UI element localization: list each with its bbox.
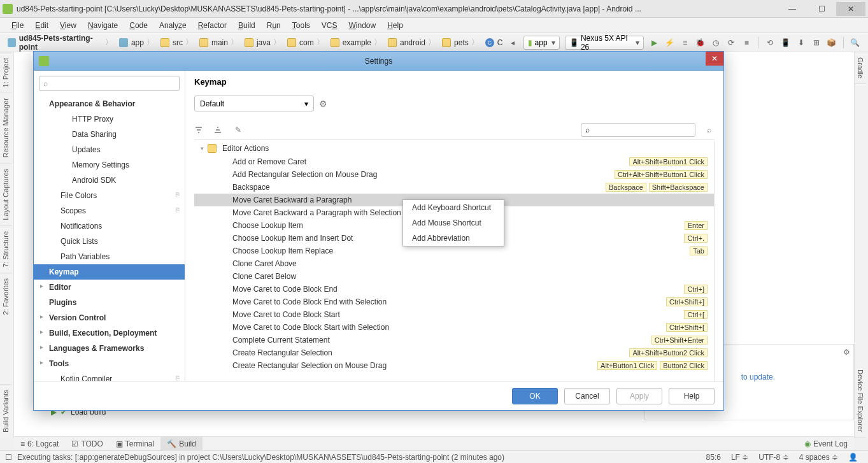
action-row[interactable]: Create Rectangular Selection on Mouse Dr… — [194, 359, 714, 372]
breadcrumb[interactable]: ud845-Pets-starting-point〉 — [5, 34, 117, 52]
tab-logcat[interactable]: ≡6: Logcat — [14, 437, 65, 450]
tree-android-sdk[interactable]: Android SDK — [34, 173, 185, 188]
apply-button[interactable]: Apply — [616, 388, 662, 404]
status-window-icon[interactable]: ☐ — [5, 453, 12, 462]
tree-tools[interactable]: Tools — [34, 356, 185, 371]
action-list[interactable]: ▾Editor Actions Add or Remove CaretAlt+S… — [194, 141, 715, 381]
tree-appearance[interactable]: Appearance & Behavior — [34, 96, 185, 111]
tree-editor[interactable]: Editor — [34, 280, 185, 295]
menu-vcs[interactable]: VCS — [317, 19, 343, 32]
attach-debugger-button[interactable]: ⟳ — [725, 36, 737, 50]
action-row[interactable]: Add Rectangular Selection on Mouse DragC… — [194, 168, 714, 181]
action-row[interactable]: BackspaceBackspaceShift+Backspace — [194, 181, 714, 194]
action-group[interactable]: ▾Editor Actions — [194, 141, 714, 155]
collapse-all-icon[interactable] — [213, 125, 225, 134]
status-indent[interactable]: 4 spaces ≑ — [794, 453, 843, 462]
tree-build-exec[interactable]: Build, Execution, Deployment — [34, 325, 185, 341]
close-button[interactable]: ✕ — [836, 2, 865, 16]
status-encoding[interactable]: UTF-8 ≑ — [753, 453, 793, 462]
debug-button[interactable]: 🐞 — [694, 36, 707, 50]
settings-search-input[interactable] — [48, 79, 175, 88]
profiler-button[interactable]: ◷ — [709, 36, 722, 50]
tree-http-proxy[interactable]: HTTP Proxy — [34, 111, 185, 127]
misc-tool-button[interactable]: 📦 — [825, 36, 838, 50]
tree-updates[interactable]: Updates — [34, 142, 185, 157]
action-row[interactable]: Complete Current StatementCtrl+Shift+Ent… — [194, 334, 714, 346]
menu-run[interactable]: Run — [262, 19, 286, 32]
search-everywhere-button[interactable]: 🔍 — [849, 36, 862, 50]
action-row[interactable]: Clone Caret Above — [194, 257, 714, 270]
run-button[interactable]: ▶ — [648, 36, 660, 50]
tree-data-sharing[interactable]: Data Sharing — [34, 127, 185, 142]
menu-help[interactable]: Help — [382, 19, 408, 32]
tool-tab-resource-manager[interactable]: Resource Manager — [0, 92, 11, 163]
cm-add-keyboard[interactable]: Add Keyboard Shortcut — [403, 200, 504, 215]
action-row[interactable]: Create Rectangular SelectionAlt+Shift+Bu… — [194, 346, 714, 359]
breadcrumb[interactable]: com〉 — [285, 37, 328, 48]
panel-gear-icon[interactable]: ⚙ — [843, 348, 850, 357]
stop-button[interactable]: ■ — [740, 36, 753, 50]
tab-todo[interactable]: ☑TODO — [65, 437, 109, 450]
tab-terminal[interactable]: ▣Terminal — [110, 437, 160, 450]
status-caret-pos[interactable]: 85:6 — [701, 453, 726, 462]
menu-edit[interactable]: Edit — [30, 19, 53, 32]
tree-languages[interactable]: Languages & Frameworks — [34, 341, 185, 356]
tree-quick-lists[interactable]: Quick Lists — [34, 234, 185, 249]
tool-tab-structure[interactable]: 7: Structure — [0, 225, 11, 273]
minimize-button[interactable]: — — [778, 2, 807, 16]
help-button[interactable]: Help — [669, 388, 715, 404]
resource-button[interactable]: ⊞ — [810, 36, 823, 50]
tree-plugins[interactable]: Plugins — [34, 295, 185, 310]
device-select[interactable]: 📱 Nexus 5X API 26▾ — [565, 36, 644, 50]
ok-button[interactable]: OK — [512, 388, 558, 404]
menu-window[interactable]: Window — [343, 19, 381, 32]
avd-button[interactable]: 📱 — [779, 36, 792, 50]
sync-button[interactable]: ⟲ — [764, 36, 776, 50]
tool-tab-favorites[interactable]: 2: Favorites — [0, 273, 11, 320]
menu-refactor[interactable]: Refactor — [193, 19, 232, 32]
settings-search[interactable]: ⌕ — [39, 76, 180, 91]
breadcrumb[interactable]: main〉 — [197, 37, 242, 48]
tree-memory[interactable]: Memory Settings — [34, 157, 185, 173]
debug-activity-button[interactable]: ≡ — [679, 36, 692, 50]
cm-add-abbrev[interactable]: Add Abbreviation — [403, 231, 504, 246]
breadcrumb[interactable]: java〉 — [242, 37, 285, 48]
apply-changes-button[interactable]: ⚡ — [664, 36, 676, 50]
breadcrumb[interactable]: src〉 — [158, 37, 197, 48]
menu-build[interactable]: Build — [233, 19, 260, 32]
tool-tab-device-file-explorer[interactable]: Device File Explorer — [855, 364, 866, 438]
menu-tools[interactable]: Tools — [287, 19, 315, 32]
tree-path-variables[interactable]: Path Variables — [34, 249, 185, 264]
cancel-button[interactable]: Cancel — [564, 388, 610, 404]
tool-tab-gradle[interactable]: Gradle — [855, 52, 866, 84]
action-search[interactable]: ⌕ — [581, 123, 695, 137]
tree-notifications[interactable]: Notifications — [34, 218, 185, 234]
event-log-button[interactable]: ◉Event Log — [798, 437, 854, 450]
tree-file-colors[interactable]: File Colors⎘ — [34, 188, 185, 203]
action-row[interactable]: Move Caret to Code Block Start with Sele… — [194, 321, 714, 334]
maximize-button[interactable]: ☐ — [807, 2, 836, 16]
breadcrumb[interactable]: example〉 — [328, 37, 385, 48]
tree-kotlin[interactable]: Kotlin Compiler⎘ — [34, 371, 185, 381]
breadcrumb[interactable]: android〉 — [385, 37, 439, 48]
menu-view[interactable]: View — [55, 19, 82, 32]
edit-icon[interactable]: ✎ — [232, 125, 244, 134]
dialog-close-button[interactable]: ✕ — [706, 52, 723, 66]
dialog-titlebar[interactable]: Settings ✕ — [34, 52, 723, 71]
action-search-input[interactable] — [590, 125, 691, 134]
action-row[interactable]: Move Caret to Code Block StartCtrl+[ — [194, 308, 714, 321]
breadcrumb[interactable]: CC — [483, 38, 506, 47]
find-shortcut-icon[interactable]: ⌕ — [703, 125, 715, 134]
breadcrumb[interactable]: pets〉 — [439, 37, 483, 48]
action-row[interactable]: Move Caret to Code Block EndCtrl+] — [194, 283, 714, 296]
status-inspection-icon[interactable]: 👤 — [843, 453, 863, 462]
cm-add-mouse[interactable]: Add Mouse Shortcut — [403, 215, 504, 231]
tool-tab-layout-captures[interactable]: Layout Captures — [0, 163, 11, 225]
action-row[interactable]: Add or Remove CaretAlt+Shift+Button1 Cli… — [194, 155, 714, 168]
menu-code[interactable]: Code — [124, 19, 153, 32]
keymap-gear-icon[interactable]: ⚙ — [319, 99, 327, 109]
tree-scopes[interactable]: Scopes⎘ — [34, 203, 185, 218]
action-row[interactable]: Move Caret to Code Block End with Select… — [194, 296, 714, 308]
breadcrumb[interactable]: app〉 — [117, 37, 158, 48]
sdk-button[interactable]: ⬇ — [795, 36, 808, 50]
